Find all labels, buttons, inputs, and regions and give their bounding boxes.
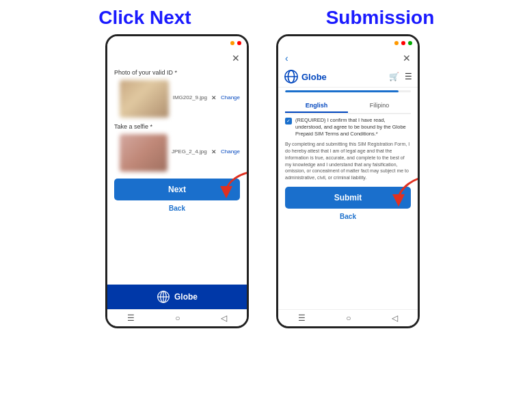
selfie-thumbnail bbox=[120, 134, 167, 172]
left-phone: ✕ Photo of your valid ID * IMG202_9.jpg … bbox=[102, 34, 252, 420]
checkbox-label: (REQUIRED) I confirm that I have read, u… bbox=[295, 117, 411, 137]
globe-footer-text-left: Globe bbox=[174, 292, 198, 302]
left-heading: Click Next bbox=[27, 7, 262, 29]
nav-menu-icon-right[interactable]: ☰ bbox=[298, 313, 306, 323]
status-dot-red bbox=[237, 41, 241, 45]
globe-logo-icon bbox=[284, 69, 299, 84]
progress-fill bbox=[285, 90, 399, 92]
tab-english[interactable]: English bbox=[285, 102, 348, 113]
nav-back-icon-right[interactable]: ◁ bbox=[392, 313, 398, 323]
right-heading: Submission bbox=[262, 7, 498, 29]
status-dot-green-r bbox=[408, 41, 412, 45]
photo-id-row: IMG202_9.jpg ✕ Change bbox=[114, 77, 240, 118]
globe-logo: Globe bbox=[284, 69, 327, 84]
left-screen: ✕ Photo of your valid ID * IMG202_9.jpg … bbox=[107, 50, 247, 309]
globe-footer-icon-left bbox=[157, 290, 170, 304]
change-selfie-link[interactable]: Change bbox=[221, 148, 240, 155]
status-dot-orange-r bbox=[394, 41, 399, 45]
status-dot-orange bbox=[230, 41, 234, 45]
globe-brand-text: Globe bbox=[301, 72, 327, 82]
terms-checkbox[interactable] bbox=[285, 118, 292, 124]
left-form-content: Photo of your valid ID * IMG202_9.jpg ✕ … bbox=[107, 66, 247, 285]
submit-btn-container: Submit bbox=[285, 187, 411, 209]
status-bar-left bbox=[107, 36, 247, 50]
submit-button[interactable]: Submit bbox=[285, 187, 411, 209]
left-top-bar: ✕ bbox=[107, 50, 247, 66]
right-phone-frame: ‹ ✕ Globe 🛒 ☰ bbox=[276, 34, 420, 328]
left-nav-bar: ☰ ○ ◁ bbox=[107, 309, 247, 326]
nav-home-icon-right[interactable]: ○ bbox=[346, 313, 351, 323]
close-icon-right[interactable]: ✕ bbox=[403, 53, 411, 64]
status-bar-right bbox=[278, 36, 418, 50]
language-tabs: English Filipino bbox=[285, 102, 411, 114]
selfie-label: Take a selfie * bbox=[114, 123, 240, 130]
status-dot-red-r bbox=[401, 41, 405, 45]
terms-checkbox-row: (REQUIRED) I confirm that I have read, u… bbox=[285, 117, 411, 137]
cart-icon[interactable]: 🛒 bbox=[389, 72, 399, 81]
globe-header-right: Globe 🛒 ☰ bbox=[278, 66, 418, 88]
progress-bar-container bbox=[278, 90, 418, 92]
terms-paragraph: By completing and submitting this SIM Re… bbox=[285, 141, 411, 181]
nav-back-icon-left[interactable]: ◁ bbox=[221, 313, 227, 323]
remove-selfie-icon[interactable]: ✕ bbox=[211, 148, 217, 155]
selfie-filename: JPEG_2_4.jpg bbox=[172, 148, 207, 155]
nav-menu-icon-left[interactable]: ☰ bbox=[127, 313, 135, 323]
next-btn-container: Next bbox=[114, 179, 240, 200]
nav-home-icon-left[interactable]: ○ bbox=[175, 313, 180, 323]
back-link-right[interactable]: Back bbox=[285, 213, 411, 220]
left-globe-footer: Globe bbox=[107, 285, 247, 309]
change-photo-link[interactable]: Change bbox=[221, 94, 240, 101]
back-link-left[interactable]: Back bbox=[114, 205, 240, 212]
right-nav-bar: ☰ ○ ◁ bbox=[278, 309, 418, 326]
id-photo-thumbnail bbox=[120, 80, 169, 118]
tab-filipino[interactable]: Filipino bbox=[348, 102, 411, 113]
photo-id-label: Photo of your valid ID * bbox=[114, 69, 240, 76]
close-icon[interactable]: ✕ bbox=[232, 53, 240, 64]
back-arrow-icon[interactable]: ‹ bbox=[285, 53, 288, 64]
right-form-content: English Filipino (REQUIRED) I confirm th… bbox=[278, 95, 418, 309]
remove-photo-icon[interactable]: ✕ bbox=[211, 94, 217, 101]
right-screen: ‹ ✕ Globe 🛒 ☰ bbox=[278, 50, 418, 309]
photo-id-filename: IMG202_9.jpg bbox=[173, 94, 207, 101]
selfie-row: JPEG_2_4.jpg ✕ Change bbox=[114, 131, 240, 172]
left-phone-frame: ✕ Photo of your valid ID * IMG202_9.jpg … bbox=[105, 34, 249, 328]
right-phone: ‹ ✕ Globe 🛒 ☰ bbox=[273, 34, 423, 420]
right-top-bar: ‹ ✕ bbox=[278, 50, 418, 66]
next-button[interactable]: Next bbox=[114, 179, 240, 200]
progress-bar bbox=[285, 90, 411, 92]
header-icons: 🛒 ☰ bbox=[389, 72, 412, 81]
menu-icon[interactable]: ☰ bbox=[405, 72, 412, 81]
